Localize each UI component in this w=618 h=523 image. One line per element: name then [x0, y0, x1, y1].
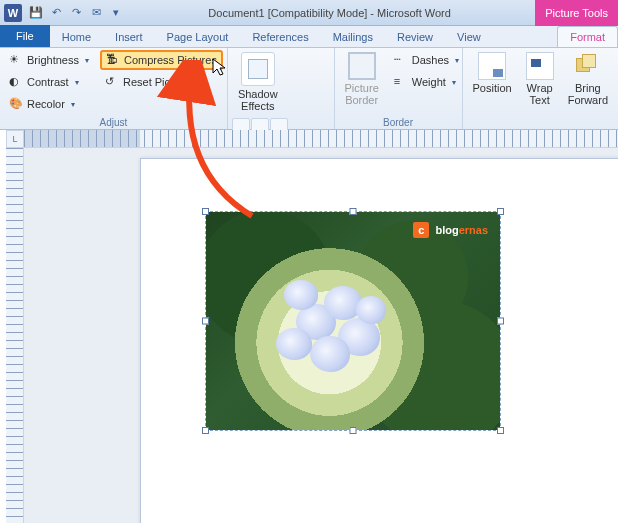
group-adjust: ☀ Brightness▾ ◐ Contrast▾ 🎨 Recolor▾ 🗜 C…: [0, 48, 228, 129]
position-button[interactable]: Position: [467, 50, 518, 116]
horizontal-ruler[interactable]: [24, 130, 618, 148]
resize-handle-l[interactable]: [202, 318, 209, 325]
weight-label: Weight: [412, 76, 446, 88]
tab-page-layout[interactable]: Page Layout: [155, 27, 241, 47]
undo-icon[interactable]: ↶: [48, 5, 64, 21]
group-border-title: Border: [339, 116, 458, 129]
resize-handle-b[interactable]: [350, 427, 357, 434]
picture-border-button[interactable]: Picture Border: [339, 50, 385, 108]
resize-handle-tr[interactable]: [497, 208, 504, 215]
picture-border-icon: [348, 52, 376, 80]
position-label: Position: [473, 82, 512, 94]
dashes-icon: ┄: [394, 53, 408, 67]
wrap-label: Wrap Text: [527, 82, 553, 106]
quick-access-toolbar: 💾 ↶ ↷ ✉ ▾: [28, 5, 124, 21]
qat-more-icon[interactable]: ▾: [108, 5, 124, 21]
group-shadow-effects: Shadow Effects Shadow Effects: [228, 48, 335, 129]
position-icon: [478, 52, 506, 80]
bring-forward-icon: [574, 52, 602, 80]
contextual-tab-label: Picture Tools: [535, 0, 618, 26]
recolor-button[interactable]: 🎨 Recolor▾: [4, 94, 94, 114]
window-title: Document1 [Compatibility Mode] - Microso…: [124, 7, 535, 19]
shadow-effects-button[interactable]: Shadow Effects: [232, 50, 284, 114]
tab-home[interactable]: Home: [50, 27, 103, 47]
shadow-label: Shadow Effects: [238, 88, 278, 112]
contrast-button[interactable]: ◐ Contrast▾: [4, 72, 94, 92]
save-icon[interactable]: 💾: [28, 5, 44, 21]
group-border: Picture Border ┄ Dashes▾ ≡ Weight▾ Borde…: [335, 48, 463, 129]
reset-picture-button[interactable]: ↺ Reset Picture: [100, 72, 223, 92]
watermark-suffix: ernas: [459, 224, 488, 236]
shadow-sample-icon: [241, 52, 275, 86]
tab-mailings[interactable]: Mailings: [321, 27, 385, 47]
resize-handle-tl[interactable]: [202, 208, 209, 215]
redo-icon[interactable]: ↷: [68, 5, 84, 21]
contrast-label: Contrast: [27, 76, 69, 88]
resize-handle-t[interactable]: [350, 208, 357, 215]
bring-label: Bring Forward: [568, 82, 608, 106]
tab-references[interactable]: References: [240, 27, 320, 47]
watermark-prefix: blog: [435, 224, 458, 236]
picture-border-label: Picture Border: [345, 82, 379, 106]
contrast-icon: ◐: [9, 75, 23, 89]
compress-icon: 🗜: [106, 53, 120, 67]
tab-format[interactable]: Format: [557, 26, 618, 47]
dashes-label: Dashes: [412, 54, 449, 66]
qat-extra-icon[interactable]: ✉: [88, 5, 104, 21]
document-area[interactable]: c blogernas: [24, 148, 618, 523]
tab-file[interactable]: File: [0, 25, 50, 47]
titlebar: W 💾 ↶ ↷ ✉ ▾ Document1 [Compatibility Mod…: [0, 0, 618, 26]
tab-stop-selector[interactable]: L: [6, 130, 24, 148]
dashes-button[interactable]: ┄ Dashes▾: [389, 50, 464, 70]
compress-pictures-button[interactable]: 🗜 Compress Pictures: [100, 50, 223, 70]
recolor-label: Recolor: [27, 98, 65, 110]
reset-icon: ↺: [105, 75, 119, 89]
tab-insert[interactable]: Insert: [103, 27, 155, 47]
picture-content: c blogernas: [206, 212, 500, 430]
group-arrange-spacer: [467, 116, 614, 129]
image-watermark: c blogernas: [413, 222, 488, 238]
brightness-label: Brightness: [27, 54, 79, 66]
ribbon-tabs: File Home Insert Page Layout References …: [0, 26, 618, 48]
bring-forward-button[interactable]: Bring Forward: [562, 50, 614, 116]
resize-handle-br[interactable]: [497, 427, 504, 434]
resize-handle-bl[interactable]: [202, 427, 209, 434]
brightness-button[interactable]: ☀ Brightness▾: [4, 50, 94, 70]
vertical-ruler[interactable]: [6, 148, 24, 523]
wrap-text-button[interactable]: Wrap Text: [520, 50, 560, 116]
watermark-logo-icon: c: [413, 222, 429, 238]
group-adjust-title: Adjust: [4, 116, 223, 129]
recolor-icon: 🎨: [9, 97, 23, 111]
tab-view[interactable]: View: [445, 27, 493, 47]
selected-picture[interactable]: c blogernas: [205, 211, 501, 431]
tab-review[interactable]: Review: [385, 27, 445, 47]
brightness-icon: ☀: [9, 53, 23, 67]
group-arrange: Position Wrap Text Bring Forward: [463, 48, 618, 129]
ribbon: ☀ Brightness▾ ◐ Contrast▾ 🎨 Recolor▾ 🗜 C…: [0, 48, 618, 130]
weight-button[interactable]: ≡ Weight▾: [389, 72, 464, 92]
wrap-text-icon: [526, 52, 554, 80]
page[interactable]: c blogernas: [140, 158, 618, 523]
resize-handle-r[interactable]: [497, 318, 504, 325]
reset-label: Reset Picture: [123, 76, 189, 88]
compress-label: Compress Pictures: [124, 54, 217, 66]
word-app-icon: W: [4, 4, 22, 22]
weight-icon: ≡: [394, 75, 408, 89]
